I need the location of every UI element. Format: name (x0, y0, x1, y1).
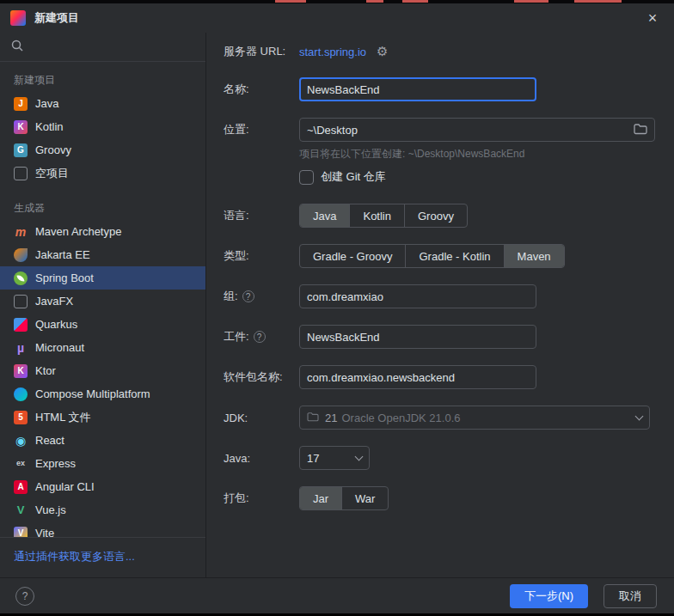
language-row: 语言: Java Kotlin Groovy (224, 204, 655, 228)
language-option-groovy[interactable]: Groovy (405, 204, 467, 227)
kotlin-icon: K (14, 120, 28, 134)
package-row: 软件包名称: (224, 365, 655, 389)
name-input[interactable] (307, 83, 529, 96)
location-input[interactable] (307, 124, 634, 137)
server-url-link[interactable]: start.spring.io (299, 46, 366, 58)
name-label: 名称: (224, 82, 299, 97)
sidebar-list: 新建项目 J Java K Kotlin G Groovy 空项目 生成器 (0, 62, 205, 537)
sidebar-item-jakarta-ee[interactable]: Jakarta EE (0, 243, 205, 266)
jdk-label: JDK: (224, 412, 299, 424)
empty-project-icon (14, 167, 28, 180)
type-option-maven[interactable]: Maven (505, 245, 564, 267)
background-window-artifact (366, 0, 383, 3)
javafx-icon (14, 295, 28, 308)
sidebar-item-java[interactable]: J Java (0, 92, 205, 115)
gear-icon[interactable]: ⚙ (377, 44, 388, 59)
sidebar-item-empty-project[interactable]: 空项目 (0, 162, 205, 185)
language-option-kotlin[interactable]: Kotlin (350, 204, 405, 227)
vue-icon: V (14, 503, 28, 517)
window-title: 新建项目 (34, 10, 79, 26)
sidebar-item-maven-archetype[interactable]: m Maven Archetype (0, 220, 205, 243)
java-version-dropdown[interactable]: 17 (299, 446, 370, 470)
spring-boot-icon (14, 271, 28, 285)
form-panel: 服务器 URL: start.spring.io ⚙ 名称: 位置: (206, 33, 674, 577)
sidebar-search[interactable] (0, 33, 205, 62)
group-label-text: 组: (224, 289, 238, 304)
sidebar-item-label: React (35, 434, 64, 447)
sidebar-item-angular-cli[interactable]: A Angular CLI (0, 475, 205, 498)
sidebar-item-label: Maven Archetype (35, 225, 121, 238)
sidebar-item-javafx[interactable]: JavaFX (0, 290, 205, 313)
package-label: 软件包名称: (224, 369, 299, 385)
sidebar-item-vite[interactable]: V Vite (0, 521, 205, 537)
name-field-wrapper (299, 77, 536, 101)
sidebar-item-express[interactable]: ex Express (0, 452, 205, 475)
group-help-icon[interactable]: ? (242, 290, 254, 302)
language-label: 语言: (224, 208, 299, 223)
sidebar-item-html-file[interactable]: 5 HTML 文件 (0, 406, 205, 429)
vite-icon: V (14, 527, 28, 538)
next-button[interactable]: 下一步(N) (510, 584, 588, 608)
sidebar-item-label: Groovy (35, 143, 71, 156)
angular-icon: A (14, 480, 28, 494)
artifact-input[interactable] (307, 331, 529, 344)
sidebar-item-label: 空项目 (35, 166, 69, 181)
artifact-row: 工件: ? (224, 325, 655, 349)
close-icon[interactable]: × (640, 6, 665, 30)
packaging-row: 打包: Jar War (224, 486, 655, 510)
type-row: 类型: Gradle - Groovy Gradle - Kotlin Mave… (224, 244, 655, 268)
sidebar-item-quarkus[interactable]: Quarkus (0, 313, 205, 336)
sidebar-item-label: Quarkus (35, 318, 77, 331)
server-url-label: 服务器 URL: (224, 44, 299, 59)
html5-icon: 5 (14, 411, 28, 424)
java-icon: J (14, 97, 28, 111)
group-input[interactable] (307, 290, 529, 303)
cancel-button[interactable]: 取消 (604, 584, 657, 608)
background-window-artifact (574, 0, 622, 3)
new-project-dialog: 新建项目 × 新建项目 J Java K Kotlin (0, 0, 674, 616)
intellij-logo-icon (10, 10, 26, 26)
chevron-down-icon (355, 452, 364, 460)
sidebar-item-compose-multiplatform[interactable]: Compose Multiplatform (0, 382, 205, 406)
sidebar-item-spring-boot[interactable]: Spring Boot (0, 266, 205, 290)
react-icon: ◉ (14, 434, 28, 448)
git-checkbox-row: 创建 Git 仓库 (299, 169, 655, 185)
package-input[interactable] (307, 371, 529, 384)
sidebar-item-ktor[interactable]: K Ktor (0, 359, 205, 382)
packaging-option-jar[interactable]: Jar (300, 487, 342, 509)
sidebar-item-label: Spring Boot (35, 271, 94, 284)
sidebar-item-react[interactable]: ◉ React (0, 429, 205, 452)
background-window-artifact (514, 0, 548, 3)
background-window-strip (0, 0, 674, 3)
artifact-help-icon[interactable]: ? (254, 331, 266, 343)
help-icon[interactable]: ? (15, 587, 34, 606)
language-option-java[interactable]: Java (300, 204, 350, 227)
sidebar-item-micronaut[interactable]: µ Micronaut (0, 336, 205, 359)
location-field-wrapper (299, 118, 655, 142)
type-option-gradle-groovy[interactable]: Gradle - Groovy (300, 245, 406, 267)
jakarta-ee-icon (14, 248, 28, 262)
sidebar-item-label: Vite (35, 527, 54, 537)
sidebar-item-groovy[interactable]: G Groovy (0, 138, 205, 162)
jdk-dropdown[interactable]: 21 Oracle OpenJDK 21.0.6 (299, 406, 650, 430)
artifact-label: 工件: ? (224, 329, 299, 345)
server-url-row: 服务器 URL: start.spring.io ⚙ (224, 44, 655, 59)
packaging-option-war[interactable]: War (342, 487, 388, 509)
background-window-artifact (275, 0, 306, 3)
sidebar-item-label: Angular CLI (35, 480, 95, 493)
sidebar-item-label: JavaFX (35, 295, 73, 308)
sidebar-item-label: Express (35, 457, 76, 470)
git-checkbox[interactable] (299, 170, 314, 185)
folder-icon[interactable] (634, 123, 647, 137)
sidebar-item-vuejs[interactable]: V Vue.js (0, 498, 205, 521)
compose-multiplatform-icon (14, 387, 28, 401)
more-languages-link[interactable]: 通过插件获取更多语言... (0, 537, 205, 577)
package-field-wrapper (299, 365, 536, 389)
sidebar-item-label: Compose Multiplatform (35, 387, 150, 400)
artifact-label-text: 工件: (224, 329, 249, 345)
title-bar: 新建项目 × (0, 3, 674, 33)
jdk-name: Oracle OpenJDK 21.0.6 (341, 412, 460, 424)
type-option-gradle-kotlin[interactable]: Gradle - Kotlin (406, 245, 504, 267)
sidebar-item-kotlin[interactable]: K Kotlin (0, 115, 205, 138)
sidebar-item-label: Ktor (35, 364, 56, 377)
